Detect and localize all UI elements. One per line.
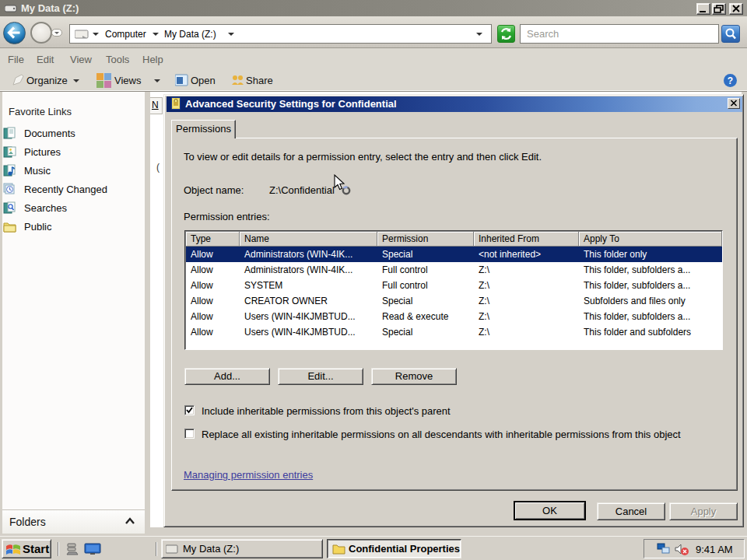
svg-text:?: ? <box>728 75 733 86</box>
